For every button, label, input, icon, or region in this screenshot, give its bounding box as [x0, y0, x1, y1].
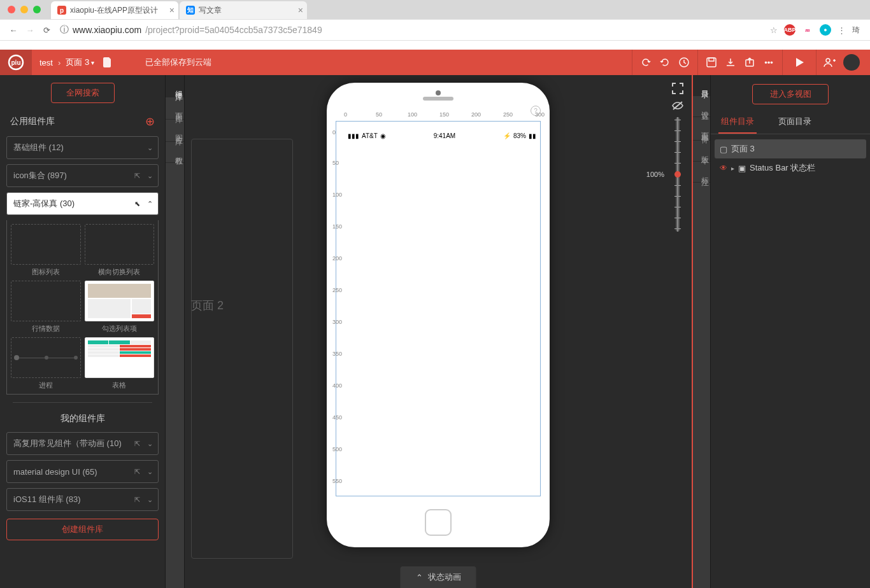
component-item[interactable]: 表格: [85, 337, 155, 390]
window-close-icon[interactable]: [8, 6, 15, 13]
component-item[interactable]: 勾选列表项: [85, 281, 155, 333]
browser-tab-xiaopiu[interactable]: p xiaopiu-在线APP原型设计 ×: [51, 1, 178, 19]
multi-view-button[interactable]: 进入多视图: [752, 84, 829, 104]
window-minimize-icon[interactable]: [20, 6, 28, 13]
ext-m-icon[interactable]: m: [802, 24, 813, 36]
edit-icon[interactable]: ⇱: [134, 172, 140, 180]
lianjia-select[interactable]: 链家-高保真 (30) ⬉ ⌃: [6, 192, 159, 215]
status-left: ▮▮▮ AT&T ◉: [348, 132, 386, 139]
app-logo[interactable]: piu: [0, 50, 32, 75]
avatar[interactable]: [843, 54, 860, 71]
tab-version[interactable]: 版本: [693, 141, 710, 162]
edit-icon[interactable]: ⇱: [134, 440, 140, 448]
state-animation-bar[interactable]: ⌃ 状态动画: [401, 566, 476, 588]
window-maximize-icon[interactable]: [33, 6, 41, 13]
browser-tab-zhihu[interactable]: 知 写文章 ×: [180, 1, 307, 19]
add-icon[interactable]: ⊕: [145, 115, 155, 129]
close-icon[interactable]: ×: [298, 5, 303, 15]
select-label: 基础组件 (12): [13, 142, 64, 153]
tree-item-page[interactable]: ▢ 页面 3: [715, 139, 866, 158]
signal-icon: ▮▮▮: [348, 132, 359, 139]
browser-tabs: p xiaopiu-在线APP原型设计 × 知 写文章 ×: [0, 0, 870, 19]
main: 全网搜索 公用组件库 ⊕ 基础组件 (12) ⌄ icon集合 (897) ⇱ …: [0, 75, 870, 588]
edit-icon[interactable]: ⇱: [134, 468, 140, 476]
more-button[interactable]: •••: [759, 53, 778, 72]
back-button[interactable]: ←: [5, 22, 22, 38]
eye-icon[interactable]: 👁: [720, 164, 727, 172]
redo-button[interactable]: [655, 53, 674, 72]
tab-page-events[interactable]: 页面事件: [693, 117, 710, 141]
undo-button[interactable]: [636, 53, 655, 72]
edit-icon[interactable]: ⇱: [134, 496, 140, 504]
project-name[interactable]: test: [39, 58, 53, 67]
close-icon[interactable]: ×: [169, 5, 175, 15]
phone-screen[interactable]: 0 50 100 150 200 250 300 0 50 100 150 20…: [336, 121, 541, 496]
history-button[interactable]: [674, 53, 694, 72]
abp-ext-icon[interactable]: ABP: [784, 24, 795, 36]
canvas-controls: 100%: [671, 83, 684, 232]
component-item[interactable]: 图标列表: [11, 224, 81, 277]
speaker-icon: [423, 97, 453, 101]
download-button[interactable]: [721, 53, 740, 72]
ruler-tick: 0: [344, 111, 347, 118]
select-label: iOS11 组件库 (83): [13, 494, 80, 505]
fullscreen-icon[interactable]: [672, 83, 683, 94]
tab-catalog[interactable]: 目录: [693, 75, 710, 96]
ruler-tick: 200: [332, 255, 342, 262]
tab-page-lib[interactable]: 页面库: [166, 97, 184, 120]
zoom-handle[interactable]: [674, 171, 681, 178]
browser-chrome: p xiaopiu-在线APP原型设计 × 知 写文章 × ← → ⟳ ⓘ ww…: [0, 0, 870, 50]
tab-page-catalog[interactable]: 页面目录: [776, 111, 814, 134]
star-icon[interactable]: ☆: [770, 25, 778, 35]
ruler-tick: 300: [332, 319, 342, 325]
component-item[interactable]: 进程: [11, 337, 81, 390]
ios-select[interactable]: iOS11 组件库 (83) ⇱ ⌄: [6, 488, 159, 511]
zoom-slider[interactable]: 100%: [676, 117, 680, 232]
share-button[interactable]: [740, 53, 759, 72]
tab-settings[interactable]: 设置: [693, 96, 710, 117]
breadcrumb: test › 页面 3: [32, 57, 120, 68]
anim-components-select[interactable]: 高复用常见组件（带动画 (10) ⇱ ⌄: [6, 432, 159, 455]
ext-circle-icon[interactable]: ●: [820, 24, 831, 36]
panel-tabs: 组件目录 页面目录: [711, 111, 870, 134]
tab-image-lib[interactable]: 图片库: [166, 120, 184, 142]
add-user-button[interactable]: [820, 53, 839, 72]
right-panel: 进入多视图 组件目录 页面目录 ▢ 页面 3 👁 ▸ ▣ Status Bar …: [711, 75, 870, 588]
material-select[interactable]: material design UI (65) ⇱ ⌄: [6, 460, 159, 483]
tab-component-lib[interactable]: 组件库: [166, 75, 184, 97]
menu-icon[interactable]: ⋮: [838, 25, 846, 35]
icon-set-select[interactable]: icon集合 (897) ⇱ ⌄: [6, 164, 159, 187]
component-item[interactable]: 横向切换列表: [85, 224, 155, 277]
svg-point-6: [826, 59, 830, 62]
ghost-page[interactable]: [191, 139, 293, 559]
app-bar: piu test › 页面 3 已全部保存到云端 •••: [0, 50, 870, 75]
ghost-page-label: 页面 2: [191, 298, 224, 313]
tab-annotation[interactable]: 标注: [693, 162, 710, 183]
public-library-title: 公用组件库 ⊕: [6, 112, 159, 131]
tree-item-status-bar[interactable]: 👁 ▸ ▣ Status Bar 状态栏: [715, 158, 866, 178]
create-library-button[interactable]: 创建组件库: [6, 519, 159, 540]
canvas[interactable]: 页面 2 ? 0 50 100 150 200 250 300 0 50 100: [185, 75, 692, 588]
tab-title: xiaopiu-在线APP原型设计: [70, 5, 158, 16]
ruler-tick: 250: [332, 287, 342, 293]
forward-button: →: [22, 22, 38, 38]
chevron-up-icon: ⌃: [147, 200, 153, 208]
document-icon[interactable]: [103, 57, 112, 67]
zoom-label: 100%: [646, 171, 664, 178]
save-button[interactable]: [702, 53, 721, 72]
ruler-tick: 450: [332, 414, 342, 421]
reload-button[interactable]: ⟳: [38, 22, 55, 38]
url-input[interactable]: ⓘ www.xiaopiu.com/project?proid=5a04054c…: [60, 24, 765, 36]
play-button[interactable]: [787, 53, 812, 72]
tab-component-catalog[interactable]: 组件目录: [718, 111, 757, 134]
tab-tutorial[interactable]: 教程: [166, 142, 184, 163]
component-item[interactable]: 行情数据: [11, 281, 81, 333]
chevron-up-icon: ⌃: [416, 573, 423, 582]
profile-badge[interactable]: 琦: [852, 25, 860, 36]
basic-components-select[interactable]: 基础组件 (12) ⌄: [6, 136, 159, 159]
visibility-off-icon[interactable]: [671, 101, 684, 111]
search-all-button[interactable]: 全网搜索: [51, 83, 115, 103]
status-bar[interactable]: ▮▮▮ AT&T ◉ 9:41AM ⚡ 83% ▮▮: [344, 129, 540, 142]
page-dropdown[interactable]: 页面 3: [66, 57, 94, 68]
arrow-right-icon[interactable]: ▸: [731, 165, 734, 172]
